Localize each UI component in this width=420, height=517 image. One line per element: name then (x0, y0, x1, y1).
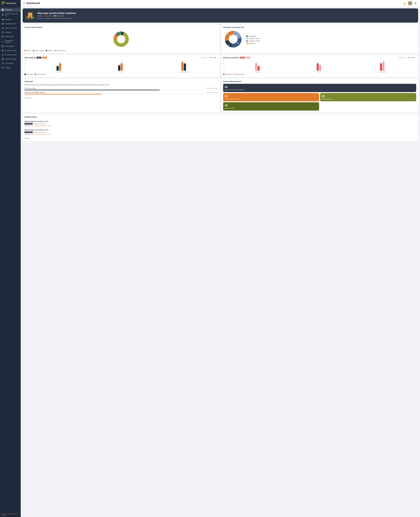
logo-area: TECHLOGO (0, 0, 21, 7)
new-residents-badges: 1234 1234 (37, 57, 47, 59)
req-label-flat: Add flat requests (322, 98, 415, 100)
occupancy-card: Apartment occupancy rate (221, 24, 418, 53)
svg-point-13 (2, 27, 3, 28)
sidebar-item-checkin[interactable]: Society check-in/out log (0, 12, 21, 17)
requests-grid: 04 Become an owner/ tenant request 03 Ac… (223, 84, 416, 111)
logo-text: TECHLOGO (6, 2, 16, 4)
poll-bar-1-bg (24, 90, 218, 90)
sidebar-item-amenities[interactable]: Amenities (0, 30, 21, 34)
ticket-2-issuer-name: Aparna Khatiwada ARSC1 3 43456 (31, 134, 51, 135)
svg-point-27 (2, 63, 3, 63)
sidebar-item-staffs[interactable]: Society staffs (0, 61, 21, 65)
sidebar-label-staff: Residential staff (5, 23, 15, 25)
poll-option-2: Naah i am not available righ now 900+ Pe… (24, 92, 218, 94)
dashboard-icon (2, 9, 4, 11)
svg-rect-5 (3, 9, 4, 10)
req-num-flat: 09 (322, 95, 415, 98)
request-card-moveout: 09 Move out request (223, 102, 319, 111)
moved-out-legend: This month Previous month (223, 74, 416, 75)
sidebar-item-dashboard[interactable]: Dashboard (0, 8, 21, 12)
occupancy-chart: 600 1000 600 500 (223, 30, 244, 49)
sidebar-label-maintenance: Maintenance requests (5, 40, 19, 43)
svg-rect-34 (28, 15, 29, 15)
topbar: ☰ Dashboard 🔔 👤 ⚙️ (21, 0, 420, 7)
ticket-1-date: 2020 10 15 10:14 am (34, 123, 46, 124)
sidebar-item-emergency[interactable]: Emergency alerts (0, 53, 21, 57)
badge-prev-month-out: 1234 (246, 57, 250, 59)
pending-requests-card: Total pending requests 04 Become an owne… (221, 79, 418, 112)
document-icon (2, 49, 4, 52)
notification-icon[interactable]: 🔔 (403, 1, 407, 5)
sidebar-label-residents: Residents (5, 19, 12, 20)
req-num-moveout: 09 (225, 104, 318, 107)
sidebar-item-document[interactable]: Document center (0, 48, 21, 53)
svg-rect-39 (29, 17, 31, 19)
sidebar-item-gallery[interactable]: Society gallery (0, 44, 21, 48)
legend-owner-tenants: Owner's tenants (33, 50, 44, 51)
view-more-button[interactable]: View more (24, 97, 31, 99)
menu-icon[interactable]: ☰ (23, 2, 25, 5)
owners-color (24, 50, 26, 51)
poll-option-1: Sure I am coming 900+ People voted (24, 88, 218, 90)
moved-out-date: 20 Jan 2024 (398, 57, 405, 58)
sidebar-item-adpush[interactable]: Ad push (0, 65, 21, 70)
gallery-icon (2, 45, 4, 47)
occupancy-legend: Occupied flats Occupied by owners Occupi… (246, 36, 260, 44)
sidebar-item-apartment[interactable]: Apartment details (0, 57, 21, 61)
poll-question: What if you have some sort of fundamenta… (24, 84, 218, 86)
poll-title: Latest poll (24, 80, 218, 82)
req-num-account: 03 (225, 95, 318, 98)
settings-icon[interactable]: ⚙️ (413, 1, 418, 5)
legend-owners: Owners (24, 50, 31, 51)
next-arrow-out[interactable]: › (416, 57, 416, 59)
hero-info: Skyscape society family residence 3 Bloc… (37, 12, 76, 19)
sidebar-item-residential-staff[interactable]: Residential staff (0, 22, 21, 26)
sidebar-label-document: Document center (5, 50, 16, 51)
sidebar-item-residents[interactable]: Residents (0, 17, 21, 22)
view-all-button[interactable]: View all (24, 138, 29, 139)
bar-charts-row: New residents 1234 1234 20 Jan 2024 ‹ Th… (22, 55, 418, 77)
sidebar-label-checkin: Society check-in/out log (5, 13, 19, 16)
svg-text:600: 600 (228, 44, 230, 46)
poll-bar-1-fill (24, 90, 160, 90)
apartment-icon (2, 58, 4, 60)
ticket-1-badge: Public ticket (24, 123, 33, 125)
sidebar-label-emergency: Emergency alerts (5, 54, 16, 56)
ticket-1-issuer: Issued by Aparna Khatiwada ARSC1 3 43456 (24, 125, 416, 127)
new-residents-title: New residents (24, 57, 36, 59)
prev-arrow-out[interactable]: ‹ (406, 57, 407, 59)
sidebar-item-approval[interactable]: Approval requests (0, 26, 21, 30)
staff-icon (2, 23, 4, 25)
sidebar-label-staffs: Society staffs (5, 62, 14, 64)
residents-chart: 500 100 150 50 (24, 30, 218, 49)
pending-requests-title: Total pending requests (223, 80, 416, 82)
sidebar-item-maintenance[interactable]: Maintenance requests (0, 39, 21, 44)
svg-rect-15 (2, 32, 4, 33)
checkin-icon (2, 14, 4, 16)
sidebar-item-notices[interactable]: Notices/ polls (0, 34, 21, 39)
svg-rect-16 (2, 36, 4, 37)
req-label-moveout: Move out request (225, 108, 318, 109)
footer-company: AITC International Pvt. Ltd. (2, 513, 18, 516)
hero-banner: Skyscape society family residence 3 Bloc… (22, 8, 418, 23)
hero-stats: 3 Blocks 2434 Flats 3000 Residents (37, 15, 76, 17)
pending-tickets-title: Pending tickets (24, 116, 416, 118)
req-num-owner: 04 (225, 85, 415, 89)
new-residents-chart: 10 20 30 40 14 (24, 60, 218, 73)
badge-this-month: 1234 (37, 57, 41, 59)
svg-rect-43 (33, 18, 34, 19)
next-arrow-new[interactable]: › (217, 57, 218, 59)
svg-rect-36 (31, 15, 32, 15)
request-card-flat: 09 Add flat requests (320, 93, 416, 101)
svg-text:1000: 1000 (237, 42, 239, 44)
prev-arrow-new[interactable]: ‹ (208, 57, 208, 59)
sidebar-label-gallery: Society gallery (5, 46, 15, 47)
moved-out-chart: 10 20 30 40 22 (223, 60, 416, 73)
svg-point-19 (2, 41, 3, 42)
svg-rect-42 (27, 18, 27, 19)
svg-rect-3 (3, 3, 5, 5)
svg-text:500: 500 (228, 35, 230, 36)
staffs-icon (2, 62, 4, 64)
main-area: ☰ Dashboard 🔔 👤 ⚙️ (21, 0, 420, 517)
user-avatar[interactable]: 👤 (408, 1, 412, 5)
